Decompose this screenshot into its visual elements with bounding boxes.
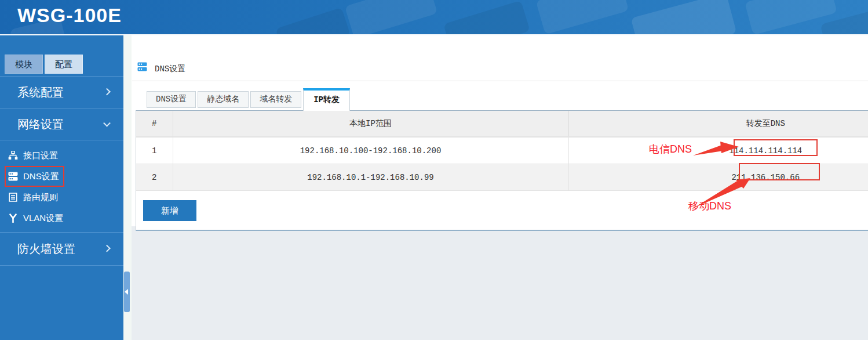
vlan-branch-icon bbox=[8, 214, 18, 223]
tab-domain-forward[interactable]: 域名转发 bbox=[250, 91, 301, 108]
column-header-ip-range: 本地IP范围 bbox=[173, 111, 568, 137]
ip-range-cell: 192.168.10.100-192.168.10.200 bbox=[173, 137, 568, 164]
tab-ip-forward[interactable]: IP转发 bbox=[303, 88, 350, 111]
submenu-item-label: DNS设置 bbox=[23, 171, 59, 182]
menu-item-network-settings[interactable]: 网络设置 bbox=[0, 108, 123, 140]
menu-item-label: 网络设置 bbox=[17, 118, 64, 131]
page-title: DNS设置 bbox=[155, 64, 185, 74]
submenu-item-vlan-settings[interactable]: VLAN设置 bbox=[0, 208, 123, 229]
dns-page-icon bbox=[137, 62, 147, 71]
ip-range-cell: 192.168.10.1-192.168.10.99 bbox=[173, 164, 568, 191]
chevron-right-icon bbox=[103, 245, 111, 252]
add-button[interactable]: 新增 bbox=[143, 200, 196, 221]
submenu-item-label: VLAN设置 bbox=[23, 213, 63, 224]
title-divider bbox=[132, 81, 868, 81]
sidebar-tab-config[interactable]: 配置 bbox=[45, 55, 83, 74]
menu-item-label: 系统配置 bbox=[17, 86, 64, 99]
wsg-100e-admin-screen: WSG-100E 模块 配置 系统配置 网络设置 bbox=[0, 0, 868, 340]
row-index-cell: 1 bbox=[136, 137, 173, 164]
dns-tab-bar: DNS设置 静态域名 域名转发 IP转发 bbox=[147, 88, 352, 110]
column-header-forward-dns: 转发至DNS bbox=[568, 111, 868, 137]
collapse-arrow-icon bbox=[125, 289, 128, 295]
tab-dns-settings[interactable]: DNS设置 bbox=[147, 91, 196, 108]
submenu-item-interface-settings[interactable]: 接口设置 bbox=[0, 145, 123, 166]
sidebar-collapse-handle[interactable] bbox=[124, 272, 130, 312]
chevron-down-icon bbox=[103, 120, 111, 127]
network-settings-submenu: 接口设置 DNS设置 bbox=[0, 140, 123, 233]
menu-item-label: 防火墙设置 bbox=[17, 243, 75, 255]
app-header: WSG-100E bbox=[0, 0, 868, 35]
menu-item-system-config[interactable]: 系统配置 bbox=[0, 77, 123, 108]
main-content: DNS设置 DNS设置 静态域名 域名转发 IP转发 # 本地IP范围 转发至D… bbox=[123, 35, 868, 340]
keyboard-key-decoration bbox=[345, 0, 437, 35]
submenu-item-route-rules[interactable]: 路由规则 bbox=[0, 187, 123, 208]
column-header-index: # bbox=[136, 111, 173, 137]
ip-forward-table: # 本地IP范围 转发至DNS 1 192.168.10.100-192.168… bbox=[136, 111, 868, 191]
keyboard-key-decoration bbox=[443, 1, 530, 35]
submenu-item-label: 路由规则 bbox=[23, 192, 58, 203]
forward-dns-cell: 211.136.150.66 bbox=[568, 164, 868, 191]
app-title: WSG-100E bbox=[17, 4, 122, 27]
route-rules-icon bbox=[8, 193, 18, 202]
chevron-right-icon bbox=[103, 88, 111, 96]
interface-tree-icon bbox=[8, 151, 18, 160]
row-index-cell: 2 bbox=[136, 164, 173, 191]
table-row: 1 192.168.10.100-192.168.10.200 114.114.… bbox=[136, 137, 868, 164]
tab-static-domain[interactable]: 静态域名 bbox=[198, 91, 249, 108]
sidebar-tab-bar: 模块 配置 bbox=[5, 55, 83, 74]
table-row: 2 192.168.10.1-192.168.10.99 211.136.150… bbox=[136, 164, 868, 191]
submenu-item-dns-settings[interactable]: DNS设置 bbox=[0, 166, 123, 187]
keyboard-key-decoration bbox=[275, 8, 351, 35]
page-background bbox=[132, 226, 868, 340]
forward-dns-cell: 114.114.114.114 bbox=[568, 137, 868, 164]
table-header-row: # 本地IP范围 转发至DNS bbox=[136, 111, 868, 137]
sidebar: 模块 配置 系统配置 网络设置 bbox=[0, 35, 123, 340]
dns-server-icon bbox=[8, 172, 18, 181]
sidebar-menu: 系统配置 网络设置 接口设置 bbox=[0, 76, 123, 266]
keyboard-key-decoration bbox=[536, 0, 629, 35]
keyboard-key-decoration bbox=[631, 0, 737, 35]
submenu-item-label: 接口设置 bbox=[23, 150, 58, 161]
ip-forward-panel: # 本地IP范围 转发至DNS 1 192.168.10.100-192.168… bbox=[136, 110, 868, 231]
menu-item-firewall-settings[interactable]: 防火墙设置 bbox=[0, 233, 123, 266]
sidebar-tab-module[interactable]: 模块 bbox=[5, 55, 43, 74]
